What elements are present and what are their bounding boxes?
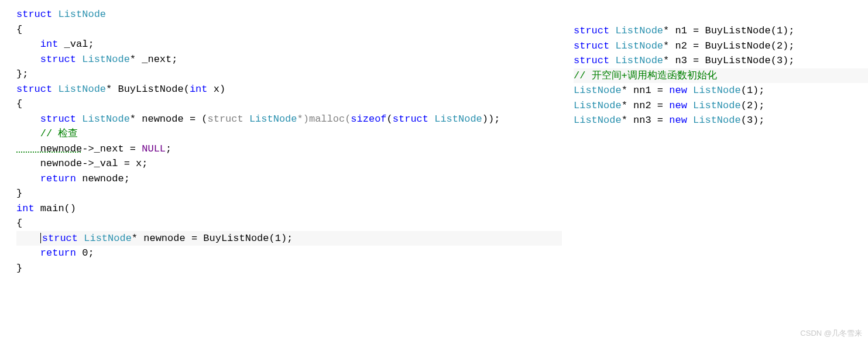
type-name: ListNode: [52, 9, 106, 20]
text: newnode;: [76, 173, 130, 184]
type-name: ListNode: [609, 40, 663, 51]
left-code-pane[interactable]: struct ListNode { int _val; struct ListN…: [0, 0, 562, 341]
text: (2);: [741, 100, 765, 111]
code-line: newnode->_next = NULL;: [16, 142, 562, 157]
text: * _next;: [130, 54, 178, 65]
code-line: {: [16, 22, 562, 37]
text: * n1 = BuyListNode(1);: [663, 25, 794, 36]
text: newnode: [16, 143, 82, 154]
keyword: struct: [16, 54, 76, 65]
code-line: struct ListNode: [16, 7, 562, 22]
code-line: struct ListNode* BuyListNode(int x): [16, 82, 562, 97]
text: * BuyListNode(: [106, 84, 190, 95]
keyword: struct: [574, 25, 609, 36]
brace: }: [16, 188, 22, 199]
brace: }: [16, 263, 22, 274]
keyword: new: [669, 100, 687, 111]
type-name: ListNode: [52, 84, 106, 95]
keyword: int: [16, 203, 35, 214]
type-name: ListNode: [574, 100, 622, 111]
keyword: return: [16, 173, 76, 184]
comment: // 检查: [16, 128, 78, 139]
text: * nn1 =: [622, 85, 670, 96]
text: ;: [166, 143, 171, 154]
brace: {: [16, 98, 22, 109]
code-line: int main(): [16, 201, 562, 216]
code-line: struct ListNode* n1 = BuyListNode(1);: [574, 23, 868, 39]
keyword: struct: [16, 113, 76, 125]
editor-container: struct ListNode { int _val; struct ListN…: [0, 0, 868, 341]
text: * newnode = (: [130, 113, 208, 125]
type-name: ListNode: [76, 113, 130, 125]
keyword: new: [669, 115, 687, 126]
keyword: int: [190, 84, 208, 95]
right-code-pane[interactable]: struct ListNode* n1 = BuyListNode(1); st…: [562, 0, 868, 341]
type-name: ListNode: [78, 233, 132, 244]
text: * n3 = BuyListNode(3);: [663, 55, 794, 66]
macro: NULL: [142, 143, 166, 154]
text: (1);: [741, 85, 765, 96]
type-name: ListNode: [574, 85, 622, 96]
code-line: int _val;: [16, 37, 562, 52]
type-name: ListNode: [609, 25, 663, 36]
text-cursor: [40, 233, 41, 243]
type-name: ListNode: [574, 115, 622, 126]
keyword: sizeof: [351, 113, 386, 125]
type-name: ListNode: [76, 54, 130, 65]
code-line: ListNode* nn1 = new ListNode(1);: [574, 83, 868, 98]
keyword: return: [16, 247, 76, 259]
indent: [16, 233, 40, 244]
text: main(): [35, 203, 76, 214]
text: * n2 = BuyListNode(2);: [663, 40, 794, 51]
code-line: {: [16, 216, 562, 231]
keyword: new: [669, 85, 687, 96]
brace: {: [16, 218, 22, 229]
text: ->_next =: [82, 143, 142, 154]
code-line: // 开空间+调用构造函数初始化: [574, 68, 868, 84]
text: * nn3 =: [622, 115, 670, 126]
code-line: ListNode* nn2 = new ListNode(2);: [574, 98, 868, 113]
type-name: ListNode: [609, 55, 663, 66]
brace: {: [16, 24, 22, 35]
text: *)malloc(: [297, 113, 351, 125]
text: newnode->_val = x;: [16, 158, 147, 169]
code-line: struct ListNode* n2 = BuyListNode(2);: [574, 39, 868, 54]
code-line: struct ListNode* _next;: [16, 52, 562, 67]
code-line: }: [16, 186, 562, 201]
comment: // 开空间+调用构造函数初始化: [574, 70, 717, 81]
code-line: newnode->_val = x;: [16, 156, 562, 171]
text: * newnode = BuyListNode(1);: [132, 233, 293, 244]
keyword: struct: [42, 233, 78, 244]
code-line: return newnode;: [16, 171, 562, 187]
keyword: struct: [207, 113, 243, 125]
text: x): [207, 84, 225, 95]
text: * nn2 =: [622, 100, 670, 111]
text: _val;: [58, 39, 94, 50]
keyword: int: [16, 39, 58, 50]
type-name: ListNode: [687, 115, 741, 126]
text: (3);: [741, 115, 765, 126]
current-line[interactable]: struct ListNode* newnode = BuyListNode(1…: [16, 231, 562, 246]
watermark: CSDN @几冬雪来: [800, 328, 862, 339]
code-line: };: [16, 67, 562, 82]
text: ));: [482, 113, 500, 125]
code-line: }: [16, 261, 562, 276]
keyword: struct: [574, 40, 609, 51]
keyword: struct: [393, 113, 428, 125]
code-line: {: [16, 97, 562, 112]
keyword: struct: [16, 9, 52, 20]
keyword: struct: [16, 84, 52, 95]
code-line: struct ListNode* newnode = (struct ListN…: [16, 112, 562, 127]
text: (: [387, 113, 393, 125]
text: 0;: [76, 247, 94, 259]
code-line: struct ListNode* n3 = BuyListNode(3);: [574, 53, 868, 68]
brace: };: [16, 68, 28, 80]
code-line: return 0;: [16, 246, 562, 261]
type-name: ListNode: [687, 100, 741, 111]
code-line: ListNode* nn3 = new ListNode(3);: [574, 113, 868, 128]
type-name: ListNode: [243, 113, 297, 125]
keyword: struct: [574, 55, 609, 66]
code-line: // 检查: [16, 126, 562, 142]
type-name: ListNode: [428, 113, 482, 125]
type-name: ListNode: [687, 85, 741, 96]
